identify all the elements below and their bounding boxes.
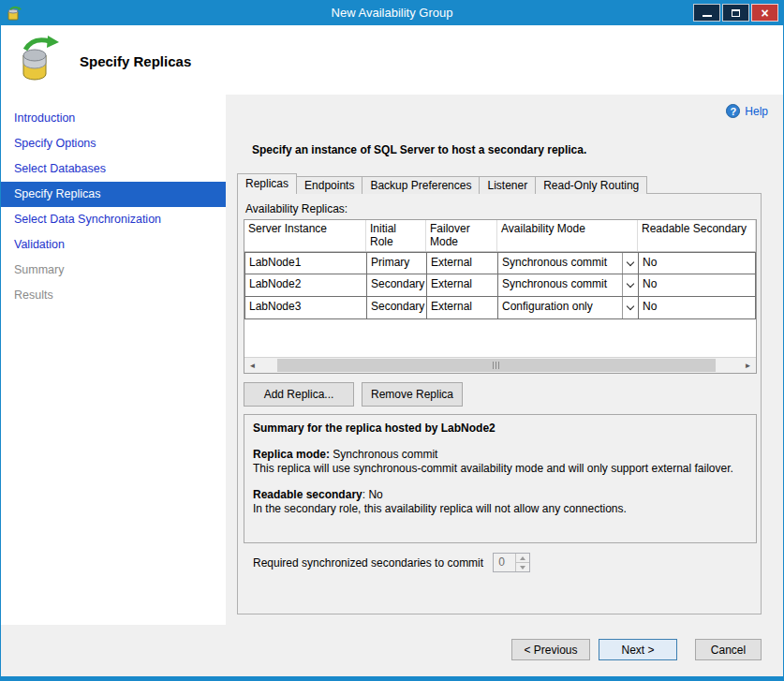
footer-bar: < Previous Next > Cancel: [1, 625, 783, 677]
wizard-steps-sidebar: Introduction Specify Options Select Data…: [1, 95, 226, 625]
replica-mode-label: Replica mode:: [253, 448, 330, 461]
header-failover-mode: Failover Mode: [426, 220, 497, 251]
cell-server-instance: LabNode2: [245, 274, 367, 296]
cell-readable-secondary[interactable]: No: [639, 274, 756, 296]
tab-endpoints[interactable]: Endpoints: [296, 176, 362, 194]
sidebar-item-select-data-synchronization[interactable]: Select Data Synchronization: [1, 207, 226, 232]
chevron-down-icon[interactable]: [622, 253, 638, 274]
tab-read-only-routing[interactable]: Read-Only Routing: [535, 176, 647, 194]
header-initial-role: Initial Role: [366, 220, 426, 251]
cell-initial-role: Primary: [367, 253, 427, 274]
page-title: Specify Replicas: [80, 53, 191, 69]
header-availability-mode: Availability Mode: [497, 220, 638, 251]
help-link[interactable]: ? Help: [726, 104, 768, 118]
previous-button[interactable]: < Previous: [511, 639, 590, 660]
replicas-tab-panel: Availability Replicas: Server Instance I…: [237, 193, 762, 614]
table-row: LabNode2 Secondary External Synchronous …: [244, 274, 756, 297]
availability-mode-dropdown[interactable]: Synchronous commit: [498, 253, 639, 274]
readable-secondary-label: Readable secondary: [253, 488, 362, 501]
sidebar-item-introduction[interactable]: Introduction: [1, 106, 226, 131]
sidebar-item-results: Results: [1, 283, 226, 308]
spinner-down-button[interactable]: [516, 563, 529, 571]
availability-mode-value: Synchronous commit: [498, 274, 622, 296]
cell-failover-mode: External: [427, 274, 498, 296]
spinner-up-button[interactable]: [516, 554, 529, 563]
next-button[interactable]: Next >: [599, 639, 677, 660]
secondaries-to-commit-label: Required synchronized secondaries to com…: [253, 556, 483, 570]
window-controls: ×: [693, 4, 778, 22]
help-label: Help: [745, 105, 768, 118]
title-bar: New Availability Group ×: [1, 1, 783, 25]
specify-replicas-icon: [18, 35, 65, 85]
header-server-instance: Server Instance: [244, 220, 366, 251]
help-icon: ?: [726, 104, 740, 118]
grid-empty-area: [244, 319, 756, 357]
chevron-down-icon[interactable]: [622, 297, 638, 318]
replica-summary-box: Summary for the replica hosted by LabNod…: [244, 414, 757, 543]
minimize-button[interactable]: [693, 4, 720, 22]
remove-replica-button[interactable]: Remove Replica: [362, 382, 463, 407]
cell-readable-secondary[interactable]: No: [639, 297, 756, 318]
tab-listener[interactable]: Listener: [479, 176, 536, 194]
cancel-button[interactable]: Cancel: [695, 639, 762, 660]
instruction-text: Specify an instance of SQL Server to hos…: [252, 143, 586, 156]
summary-readable-line: Readable secondary: No: [253, 488, 747, 502]
cell-initial-role: Secondary: [367, 297, 427, 318]
secondaries-to-commit-row: Required synchronized secondaries to com…: [253, 553, 530, 572]
spinner-up-icon: [520, 556, 525, 560]
horizontal-scrollbar[interactable]: ◄ ►: [244, 357, 756, 373]
maximize-button[interactable]: [722, 4, 749, 22]
tab-strip: Replicas Endpoints Backup Preferences Li…: [237, 173, 646, 194]
chevron-down-icon[interactable]: [622, 274, 638, 296]
availability-mode-value: Synchronous commit: [498, 253, 622, 274]
spinner-value[interactable]: 0: [494, 554, 515, 571]
table-row: LabNode1 Primary External Synchronous co…: [244, 252, 756, 274]
header-readable-secondary: Readable Secondary: [638, 220, 756, 251]
replica-mode-value: Synchronous commit: [330, 448, 437, 461]
sidebar-item-validation[interactable]: Validation: [1, 232, 226, 258]
spinner-down-icon: [520, 566, 525, 570]
spinner-buttons: [515, 554, 529, 571]
summary-replica-mode-line: Replica mode: Synchronous commit: [253, 448, 747, 462]
scrollbar-thumb[interactable]: [277, 359, 716, 372]
availability-mode-dropdown[interactable]: Configuration only: [498, 297, 639, 318]
scroll-left-icon[interactable]: ◄: [244, 358, 260, 373]
maximize-icon: [732, 9, 740, 17]
availability-mode-dropdown[interactable]: Synchronous commit: [498, 274, 639, 296]
cell-failover-mode: External: [427, 297, 498, 318]
replica-mode-description: This replica will use synchronous-commit…: [253, 462, 747, 476]
sidebar-item-specify-options[interactable]: Specify Options: [1, 131, 226, 156]
readable-secondary-description: In the secondary role, this availability…: [253, 502, 747, 516]
table-row: LabNode3 Secondary External Configuratio…: [244, 297, 756, 319]
tab-replicas[interactable]: Replicas: [237, 173, 297, 194]
cell-failover-mode: External: [427, 253, 498, 274]
scrollbar-grip-icon: [493, 362, 500, 369]
availability-mode-value: Configuration only: [498, 297, 622, 318]
close-button[interactable]: ×: [751, 4, 778, 22]
wizard-header: Specify Replicas: [1, 25, 783, 95]
secondaries-to-commit-spinner[interactable]: 0: [493, 553, 530, 572]
summary-title: Summary for the replica hosted by LabNod…: [253, 422, 747, 436]
availability-replicas-label: Availability Replicas:: [245, 202, 348, 215]
window-title: New Availability Group: [1, 1, 783, 25]
grid-header-row: Server Instance Initial Role Failover Mo…: [244, 220, 756, 252]
close-icon: ×: [761, 7, 768, 20]
minimize-icon: [703, 15, 712, 17]
cell-initial-role: Secondary: [367, 274, 427, 296]
replicas-grid: Server Instance Initial Role Failover Mo…: [244, 219, 757, 374]
sidebar-item-summary: Summary: [1, 258, 226, 283]
cell-server-instance: LabNode1: [245, 253, 367, 274]
new-availability-group-window: New Availability Group × Specify Replica…: [0, 0, 784, 681]
sidebar-item-specify-replicas[interactable]: Specify Replicas: [1, 182, 226, 207]
sidebar-item-select-databases[interactable]: Select Databases: [1, 156, 226, 182]
readable-secondary-value: : No: [362, 488, 383, 501]
scroll-right-icon[interactable]: ►: [740, 358, 756, 373]
scrollbar-track[interactable]: [260, 358, 740, 373]
main-content: ? Help Specify an instance of SQL Server…: [226, 95, 784, 625]
tab-backup-preferences[interactable]: Backup Preferences: [362, 176, 480, 194]
add-replica-button[interactable]: Add Replica...: [244, 382, 354, 407]
cell-server-instance: LabNode3: [245, 297, 367, 318]
cell-readable-secondary[interactable]: No: [639, 253, 756, 274]
